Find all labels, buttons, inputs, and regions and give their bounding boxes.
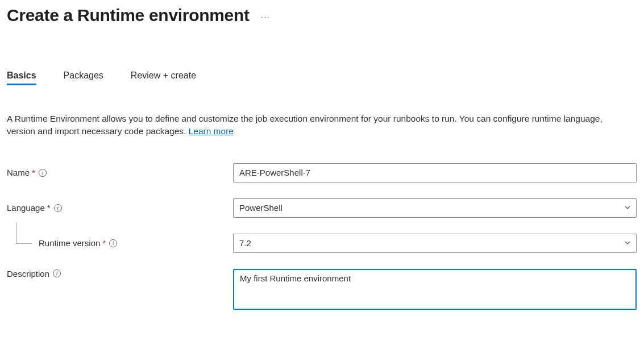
tab-basics[interactable]: Basics (7, 70, 36, 84)
intro-body: A Runtime Environment allows you to defi… (7, 114, 603, 136)
description-label: Description i (7, 269, 233, 279)
name-input[interactable] (233, 163, 637, 182)
runtime-version-label: Runtime version * i (7, 238, 233, 248)
page-title: Create a Runtime environment (7, 6, 250, 25)
info-icon[interactable]: i (54, 204, 62, 212)
required-star: * (32, 168, 35, 177)
description-textarea[interactable] (233, 269, 637, 310)
name-label: Name * i (7, 168, 233, 177)
intro-text: A Runtime Environment allows you to defi… (7, 113, 632, 138)
info-icon[interactable]: i (53, 269, 61, 277)
indent-connector (16, 222, 32, 244)
language-label: Language * i (7, 203, 233, 213)
more-options-icon[interactable]: ··· (261, 8, 270, 23)
language-select[interactable]: PowerShell (233, 198, 637, 218)
runtime-version-select[interactable]: 7.2 (233, 234, 637, 253)
info-icon[interactable]: i (39, 169, 47, 177)
required-star: * (47, 203, 51, 213)
learn-more-link[interactable]: Learn more (189, 126, 234, 136)
required-star: * (102, 238, 106, 248)
info-icon[interactable]: i (109, 239, 117, 247)
tabs-bar: Basics Packages Review + create (7, 70, 637, 84)
tab-packages[interactable]: Packages (64, 70, 103, 84)
tab-review-create[interactable]: Review + create (131, 70, 196, 84)
